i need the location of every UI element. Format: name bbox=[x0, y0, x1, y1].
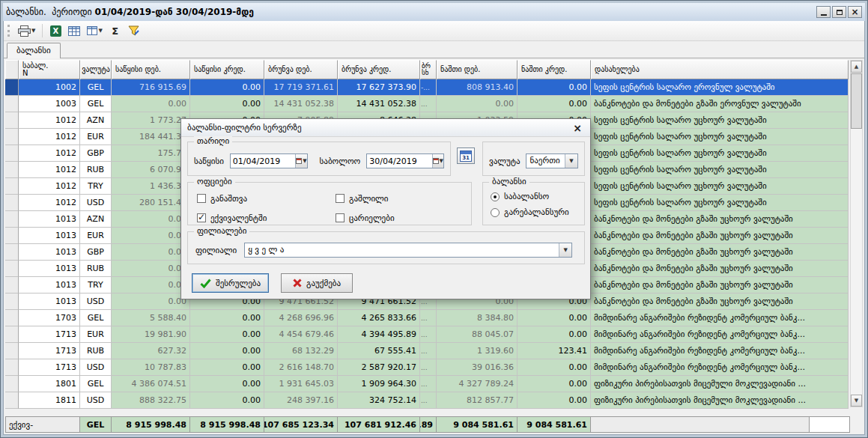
header-opening-debit[interactable]: საწყისი დებ. bbox=[112, 60, 190, 79]
table-row[interactable]: 1713 USD 10 787.83 0.00 2 616 148.70 2 5… bbox=[5, 359, 849, 376]
cell-name[interactable]: მიმდინარე ანგარიშები რეზიდენტ კომერციულ … bbox=[591, 359, 849, 376]
table-row[interactable]: 1801 GEL 4 386 074.51 0.00 1 931 645.03 … bbox=[5, 376, 849, 392]
cell-opening-credit[interactable]: 0.00 bbox=[190, 343, 264, 359]
cell-currency[interactable]: USD bbox=[80, 195, 112, 211]
cell-opening-debit[interactable]: 6 070.90 bbox=[112, 162, 190, 178]
cell-misc[interactable]: ... bbox=[420, 392, 437, 409]
vertical-scrollbar[interactable]: ▲ ▼ bbox=[850, 60, 863, 407]
header-stub[interactable] bbox=[5, 60, 19, 79]
table-row[interactable]: 1703 GEL 5 588.40 0.00 4 268 696.96 4 26… bbox=[5, 310, 849, 326]
row-selector[interactable] bbox=[5, 79, 19, 96]
start-date-dropdown-button[interactable]: ▼ bbox=[295, 154, 306, 168]
cell-turnover-debit[interactable]: 68 132.29 bbox=[264, 343, 338, 359]
cell-opening-debit[interactable]: 184 441.30 bbox=[112, 129, 190, 145]
cell-turnover-debit[interactable]: 14 431 052.38 bbox=[264, 96, 338, 112]
cell-balance-debit[interactable]: 88 045.07 bbox=[437, 326, 518, 343]
cell-account[interactable]: 1713 bbox=[19, 343, 80, 359]
cell-account[interactable]: 1012 bbox=[19, 162, 80, 178]
sum-button[interactable]: Σ bbox=[107, 22, 124, 39]
cell-opening-debit[interactable]: 175.74 bbox=[112, 145, 190, 162]
cell-opening-debit[interactable]: 888 322.75 bbox=[112, 392, 190, 409]
scroll-up-button[interactable]: ▲ bbox=[851, 61, 862, 73]
cell-account[interactable]: 1713 bbox=[19, 359, 80, 376]
cell-currency[interactable]: GBP bbox=[80, 145, 112, 162]
cell-opening-credit[interactable]: 0.00 bbox=[190, 79, 264, 96]
table-row[interactable]: 1811 USD 888 322.75 0.00 248 397.16 324 … bbox=[5, 392, 849, 409]
cell-misc[interactable]: -... bbox=[420, 79, 437, 96]
cell-opening-debit[interactable]: 4 386 074.51 bbox=[112, 376, 190, 392]
cell-name[interactable]: მიმდინარე ანგარიშები რეზიდენტ კომერციულ … bbox=[591, 343, 849, 359]
cell-balance-debit[interactable]: 0.00 bbox=[437, 96, 518, 112]
branch-dropdown-icon[interactable]: ▼ bbox=[559, 243, 571, 257]
cell-balance-debit[interactable]: 1 319.60 bbox=[437, 343, 518, 359]
print-dropdown-icon[interactable]: ▼ bbox=[31, 28, 35, 34]
table-options-button[interactable]: ▼ bbox=[85, 22, 104, 39]
end-date-input[interactable] bbox=[367, 154, 431, 168]
cell-turnover-debit[interactable]: 17 719 371.61 bbox=[264, 79, 338, 96]
cell-opening-credit[interactable]: 0.00 bbox=[190, 96, 264, 112]
row-selector[interactable] bbox=[5, 178, 19, 195]
cell-currency[interactable]: AZN bbox=[80, 112, 112, 129]
cell-opening-debit[interactable]: 0.00 bbox=[112, 211, 190, 228]
cell-account[interactable]: 1012 bbox=[19, 145, 80, 162]
row-selector[interactable] bbox=[5, 376, 19, 392]
cell-misc[interactable]: ... bbox=[420, 343, 437, 359]
row-selector[interactable] bbox=[5, 326, 19, 343]
cell-name[interactable]: ფიზიკური პირებისათვის მიცემული მოკლევადი… bbox=[591, 392, 849, 409]
row-selector[interactable] bbox=[5, 211, 19, 228]
cell-name[interactable]: სეფის ცენტრის სალარო უცხოურ ვალუტაში bbox=[591, 145, 849, 162]
cell-currency[interactable]: TRY bbox=[80, 277, 112, 293]
cell-balance-credit[interactable]: 0.00 bbox=[518, 392, 591, 409]
cell-account[interactable]: 1013 bbox=[19, 228, 80, 244]
calendar-button[interactable]: 31 bbox=[457, 147, 475, 164]
cell-currency[interactable]: RUB bbox=[80, 261, 112, 277]
cell-account[interactable]: 1002 bbox=[19, 79, 80, 96]
cell-turnover-debit[interactable]: 2 616 148.70 bbox=[264, 359, 338, 376]
cell-name[interactable]: სეფის ცენტრის სალარო ეროვნულ ვალუტაში bbox=[591, 79, 849, 96]
dialog-titlebar[interactable]: ბალანსი-ფილტრი სერვერზე × bbox=[181, 119, 590, 137]
row-selector[interactable] bbox=[5, 228, 19, 244]
cell-currency[interactable]: GEL bbox=[80, 310, 112, 326]
cell-currency[interactable]: GBP bbox=[80, 244, 112, 261]
row-selector[interactable] bbox=[5, 343, 19, 359]
cell-turnover-credit[interactable]: 4 265 833.66 bbox=[338, 310, 420, 326]
cell-opening-debit[interactable]: 0.00 bbox=[112, 293, 190, 310]
cell-opening-credit[interactable]: 0.00 bbox=[190, 376, 264, 392]
cell-balance-debit[interactable]: 812 857.77 bbox=[437, 392, 518, 409]
end-date-dropdown-button[interactable]: ▼ bbox=[432, 154, 443, 168]
row-selector[interactable] bbox=[5, 277, 19, 293]
cell-opening-credit[interactable]: 0.00 bbox=[190, 326, 264, 343]
cell-currency[interactable]: USD bbox=[80, 392, 112, 409]
row-selector[interactable] bbox=[5, 261, 19, 277]
header-misc[interactable]: ბრ სხ bbox=[420, 60, 437, 79]
cell-turnover-debit[interactable]: 4 268 696.96 bbox=[264, 310, 338, 326]
row-selector[interactable] bbox=[5, 112, 19, 129]
row-selector[interactable] bbox=[5, 244, 19, 261]
row-selector[interactable] bbox=[5, 392, 19, 409]
cell-account[interactable]: 1003 bbox=[19, 96, 80, 112]
cell-opening-debit[interactable]: 19 981.90 bbox=[112, 326, 190, 343]
cell-opening-debit[interactable]: 5 588.40 bbox=[112, 310, 190, 326]
filter-edit-button[interactable] bbox=[126, 22, 142, 39]
cell-currency[interactable]: GEL bbox=[80, 376, 112, 392]
cell-misc[interactable]: ... bbox=[420, 376, 437, 392]
cell-opening-debit[interactable]: 627.32 bbox=[112, 343, 190, 359]
cell-currency[interactable]: USD bbox=[80, 293, 112, 310]
tab-balance[interactable]: ბალანსი bbox=[7, 43, 61, 58]
cell-currency[interactable]: GEL bbox=[80, 96, 112, 112]
cell-name[interactable]: მიმდინარე ანგარიშები რეზიდენტ კომერციულ … bbox=[591, 326, 849, 343]
row-selector[interactable] bbox=[5, 145, 19, 162]
cell-currency[interactable]: AZN bbox=[80, 211, 112, 228]
maximize-button[interactable] bbox=[832, 6, 846, 18]
cell-balance-credit[interactable]: 0.00 bbox=[518, 79, 591, 96]
cell-currency[interactable]: EUR bbox=[80, 326, 112, 343]
cell-balance-credit[interactable]: 0.00 bbox=[518, 96, 591, 112]
row-selector[interactable] bbox=[5, 359, 19, 376]
dialog-close-button[interactable]: × bbox=[571, 122, 584, 134]
cell-currency[interactable]: RUB bbox=[80, 162, 112, 178]
cell-name[interactable]: ფიზიკური პირებისათვის მიცემული მოკლევადი… bbox=[591, 376, 849, 392]
table-row[interactable]: 1002 GEL 716 915.69 0.00 17 719 371.61 1… bbox=[5, 79, 849, 96]
cell-opening-debit[interactable]: 0.00 bbox=[112, 96, 190, 112]
cell-balance-debit[interactable]: 39 016.36 bbox=[437, 359, 518, 376]
header-turnover-debit[interactable]: ბრუნვა დებ. bbox=[264, 60, 338, 79]
